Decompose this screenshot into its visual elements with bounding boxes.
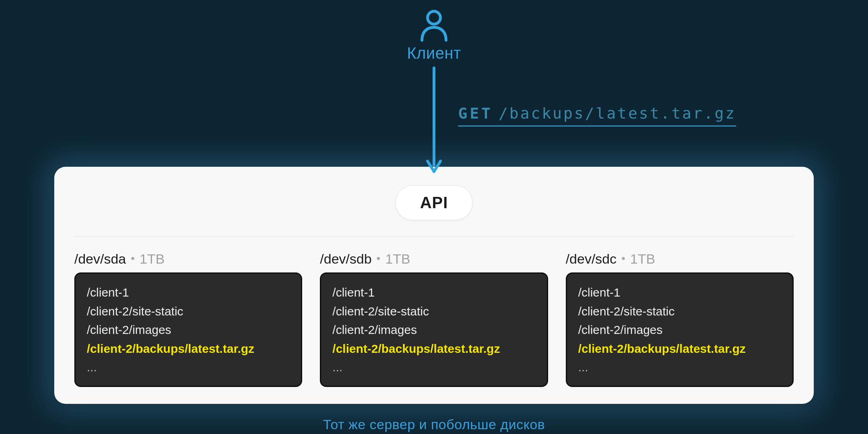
disks-row: /dev/sda • 1TB /client-1 /client-2/site-… [74,251,794,387]
api-pill: API [395,185,473,220]
fs-entry: /client-1 [332,283,535,302]
disk-header: /dev/sda • 1TB [74,251,302,267]
disk-contents: /client-1 /client-2/site-static /client-… [74,272,302,387]
disk-size: 1TB [630,251,655,267]
disk-col-sdb: /dev/sdb • 1TB /client-1 /client-2/site-… [320,251,548,387]
client-block: Клиент [407,7,461,62]
server-panel: API /dev/sda • 1TB /client-1 /client-2/s… [54,167,814,404]
fs-entry-highlight: /client-2/backups/latest.tar.gz [87,340,290,358]
caption: Тот же сервер и побольше дисков [323,417,545,432]
svg-point-0 [428,11,440,24]
disk-name: /dev/sda [74,251,126,267]
diagram-stage: Клиент GET /backups/latest.tar.gz API /d… [0,0,868,434]
separator-dot: • [131,252,135,265]
separator-dot: • [377,252,381,265]
disk-header: /dev/sdc • 1TB [566,251,794,267]
http-method: GET [458,104,493,122]
fs-entry-highlight: /client-2/backups/latest.tar.gz [332,340,535,358]
fs-more: ... [87,358,290,377]
http-path: /backups/latest.tar.gz [499,104,736,122]
arrow-down [433,66,435,171]
client-label: Клиент [407,44,461,62]
fs-entry-highlight: /client-2/backups/latest.tar.gz [578,340,781,358]
disk-col-sdc: /dev/sdc • 1TB /client-1 /client-2/site-… [566,251,794,387]
disk-name: /dev/sdb [320,251,372,267]
disk-header: /dev/sdb • 1TB [320,251,548,267]
fs-entry: /client-2/site-static [332,302,535,321]
divider [74,236,794,237]
fs-entry: /client-2/site-static [578,302,781,321]
separator-dot: • [621,252,625,265]
disk-col-sda: /dev/sda • 1TB /client-1 /client-2/site-… [74,251,302,387]
disk-contents: /client-1 /client-2/site-static /client-… [566,272,794,387]
fs-more: ... [578,358,781,377]
disk-size: 1TB [139,251,164,267]
fs-entry: /client-2/images [332,321,535,340]
disk-size: 1TB [385,251,410,267]
http-request: GET /backups/latest.tar.gz [458,104,736,127]
fs-entry: /client-2/site-static [87,302,290,321]
fs-more: ... [332,358,535,377]
disk-contents: /client-1 /client-2/site-static /client-… [320,272,548,387]
user-icon [416,7,452,43]
fs-entry: /client-1 [87,283,290,302]
fs-entry: /client-2/images [578,321,781,340]
disk-name: /dev/sdc [566,251,617,267]
fs-entry: /client-2/images [87,321,290,340]
fs-entry: /client-1 [578,283,781,302]
